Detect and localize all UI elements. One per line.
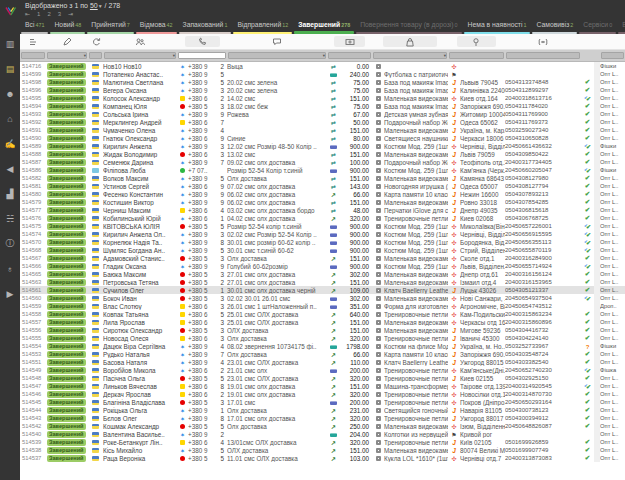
order-row-514566[interactable]: 514566ЗавершенийГладик Оксана✶+380 99Гол…	[20, 262, 625, 270]
order-row-514594[interactable]: 514594ЗавершенийКомпанец Юля+380 5318.02…	[20, 102, 625, 110]
order-row-514593[interactable]: 514593ЗавершенийСольська Ірина✶+380 99Ро…	[20, 110, 625, 118]
order-row-514547[interactable]: 514547ЗавершенийЛиньков Вячеслав+380 681…	[20, 382, 625, 390]
column-header-order-id[interactable]	[20, 34, 46, 49]
order-row-514542[interactable]: 514542ЗавершенийКошмак Александр+380 55О…	[20, 422, 625, 430]
order-row-514559[interactable]: 514559ЗавершенийВлас Слотюу+380 6326.01 …	[20, 302, 625, 310]
order-row-514567[interactable]: 514567ЗавершенийАдамовский Станис..+380 …	[20, 254, 625, 262]
column-header-comment[interactable]	[227, 34, 327, 49]
filter-select-status[interactable]: ▾	[47, 52, 87, 59]
order-row-514588[interactable]: 514588ЗавершенийЖидак Володимир+380 6313…	[20, 150, 625, 158]
clients-icon[interactable]: ☻	[4, 81, 15, 106]
order-row-514577[interactable]: 514577ЗавершенийЧерниш Максим+380 6403.0…	[20, 206, 625, 214]
order-row-514548[interactable]: 514548ЗавершенийПасічна Ольга+380 5523.0…	[20, 374, 625, 382]
order-row-514563[interactable]: 514563ЗавершенийПетровська Тетяна+380 52…	[20, 278, 625, 286]
filter-select-comment[interactable]: ▾	[228, 52, 326, 59]
filter-select-client[interactable]: ▾	[104, 52, 176, 59]
order-row-514560[interactable]: 514560ЗавершенийБокоч Иван+380 5302.02 3…	[20, 294, 625, 302]
tab-прийнятий[interactable]: Прийнятий7	[86, 17, 134, 34]
tab-нема-в-наявності[interactable]: Нема в наявності1	[463, 17, 532, 34]
order-row-514543[interactable]: 514543ЗавершенийБєлов Олег✶+380 9817.01 …	[20, 414, 625, 422]
order-row-514557[interactable]: 514557ЗавершенийЛила Ярослав+380 6325.01…	[20, 318, 625, 326]
order-row-514554[interactable]: 514554ЗавершенийДацюк Віра Сергіївна✶+38…	[20, 342, 625, 350]
order-row-514555[interactable]: 514555ЗавершенийНовосад Олеся+380 63Олх …	[20, 334, 625, 342]
order-row-514568[interactable]: 514568ЗавершенийШумляс Богдана Ан..✶+380…	[20, 246, 625, 254]
filter-box-source[interactable]	[89, 52, 102, 59]
tracking-number: 0504306815618	[505, 207, 581, 213]
filter-box-manager[interactable]	[601, 52, 624, 59]
order-row-514592[interactable]: 514592ЗавершенийМерклингер Андрей+380 67…	[20, 118, 625, 126]
column-header-delivery[interactable]	[448, 34, 505, 49]
order-row-514596[interactable]: 514596ЗавершенийВегера Оксана✶+380 9320.…	[20, 86, 625, 94]
order-row-514575[interactable]: 514575ЗавершенийКВІТОВСЬКА ЮЛІЯ+380 55Ро…	[20, 222, 625, 230]
column-header-tracking[interactable]	[505, 34, 581, 49]
order-row-514565[interactable]: 514565ЗавершенийБаюка Максим+380 5327.01…	[20, 270, 625, 278]
company-icon[interactable]: ⌂	[4, 106, 15, 131]
tab-повернення-товару-в-дорозі-[interactable]: Повернення товару (в дорозі)0	[355, 17, 462, 34]
settings-icon[interactable]: ☵	[4, 206, 15, 231]
filter-box-delivery[interactable]	[449, 52, 504, 59]
column-header-source[interactable]	[88, 34, 103, 49]
column-header-client[interactable]	[103, 34, 177, 49]
order-row-514546[interactable]: 514546ЗавершенийДеркач Ярослав+380 6219.…	[20, 390, 625, 398]
column-header-product[interactable]	[372, 34, 448, 49]
catalog-icon[interactable]: ▤	[4, 56, 15, 81]
tab-відмова[interactable]: Відмова42	[135, 17, 178, 34]
order-row-514716[interactable]: 514716ЗавершенийНов10 Нов10✶+380 92Выца⇄…	[20, 62, 625, 70]
comment: Голубий 60-62розмір	[227, 263, 327, 270]
marketing-icon[interactable]: ◀	[4, 156, 15, 181]
order-row-514570[interactable]: 514570ЗавершенийКорнелюк Надія Та..✶+380…	[20, 238, 625, 246]
column-header-payment[interactable]	[327, 34, 372, 49]
video-icon[interactable]: ▶	[4, 281, 15, 306]
order-row-514598[interactable]: 514598ЗавершенийМалютина Светлана✶+380 9…	[20, 78, 625, 86]
tab-сервіси[interactable]: Сервіси0	[578, 17, 617, 34]
page-size-selector[interactable]: 50	[90, 2, 98, 9]
column-header-phone[interactable]	[177, 34, 227, 49]
tasks-icon[interactable]: ✍	[4, 131, 15, 156]
order-row-514553[interactable]: 514553ЗавершенийРудько Наталья✶+380 97Ол…	[20, 350, 625, 358]
filter-input-phone[interactable]	[178, 52, 226, 59]
order-row-514561[interactable]: 514561ЗавершенийСучилов Олег+380 5130.01…	[20, 286, 625, 294]
order-row-514549[interactable]: 514549ЗавершенийВоробйов Микола✶+380 622…	[20, 366, 625, 374]
filter-box-order-id[interactable]	[21, 52, 45, 59]
filter-box-payment[interactable]	[328, 52, 371, 59]
order-row-514545[interactable]: 514545ЗавершенийБлагініна Владіслава+380…	[20, 398, 625, 406]
app-logo-icon[interactable]	[4, 3, 17, 21]
tab-запакований[interactable]: Запакований1	[178, 17, 233, 34]
order-row-514587[interactable]: 514587ЗавершенийСеменюк Дарина✶+380 9709…	[20, 158, 625, 166]
info-icon[interactable]: ⓘ	[4, 231, 15, 256]
column-header-status[interactable]	[46, 34, 88, 49]
orders-icon[interactable]: ▥	[4, 31, 15, 56]
product-icon-cell	[372, 335, 384, 342]
tab-в-дорозі-додому[interactable]: В дорозі додому	[617, 17, 625, 34]
order-row-514551[interactable]: 514551ЗавершенийБасова Наталя✶+380 9423.…	[20, 358, 625, 366]
order-row-514538[interactable]: 514538ЗавершенийКісь Михайло✶+380 95ОЛХ …	[20, 446, 625, 454]
order-row-514539[interactable]: 514539ЗавершенийРоке-Бетанкурт Лін..+380…	[20, 438, 625, 446]
order-row-514591[interactable]: 514591ЗавершенийЧумаченко Олена✶+380 94⇄…	[20, 126, 625, 134]
network-icon[interactable]: ♁	[4, 256, 15, 281]
order-row-514589[interactable]: 514589ЗавершенийКирилич Анжела✶+380 9312…	[20, 142, 625, 150]
order-row-514544[interactable]: 514544ЗавершенийРокіцька Ольга✶+380 91Ол…	[20, 406, 625, 414]
order-row-514540[interactable]: 514540ЗавершенийВалентина Василье..✶+380…	[20, 430, 625, 438]
order-row-514558[interactable]: 514558ЗавершенийКовпак Татьяна+380 6525.…	[20, 310, 625, 318]
tab-новий[interactable]: Новий48	[49, 17, 86, 34]
filter-select-product[interactable]: ▾	[373, 52, 447, 59]
tab-завершений[interactable]: Завершений278	[293, 17, 355, 34]
tab-відправлений[interactable]: Відправлений12	[232, 17, 293, 34]
order-row-514586[interactable]: 514586ЗавершенийФіліпова Люба+7 07..Розм…	[20, 166, 625, 174]
order-row-514590[interactable]: 514590ЗавершенийГнатюк Олександр✶+380 69…	[20, 134, 625, 142]
order-row-514579[interactable]: 514579ЗавершенийКостишин Виктор✶+380 990…	[20, 198, 625, 206]
order-row-514595[interactable]: 514595ЗавершенийКолосок Александр+380 62…	[20, 94, 625, 102]
order-row-514582[interactable]: 514582ЗавершенийВолков Максим✶+380 95Олх…	[20, 174, 625, 182]
order-row-514581[interactable]: 514581ЗавершенийУстинов Сергей✶+380 6907…	[20, 182, 625, 190]
order-row-514556[interactable]: 514556ЗавершенийСиротюк Олександр+380 53…	[20, 326, 625, 334]
order-row-514574[interactable]: 514574ЗавершенийКирилич Анжела Ол..✶+380…	[20, 230, 625, 238]
order-row-514576[interactable]: 514576ЗавершенийКобилинський Юрій✶+380 6…	[20, 214, 625, 222]
order-row-514537[interactable]: 514537ЗавершенийРаца Вероніка+380 5511.0…	[20, 454, 625, 462]
analytics-icon[interactable]: ▟	[4, 181, 15, 206]
tab-всі[interactable]: Всі471	[20, 17, 49, 34]
tab-самовивіз[interactable]: Самовивіз2	[531, 17, 578, 34]
order-row-514580[interactable]: 514580ЗавершенийФесенко Константин✶+380 …	[20, 190, 625, 198]
filter-box-tracking[interactable]	[506, 52, 580, 59]
cash-icon: ↗	[331, 288, 336, 294]
order-row-514599[interactable]: 514599ЗавершенийПотапенко Анастас..✶+380…	[20, 70, 625, 78]
